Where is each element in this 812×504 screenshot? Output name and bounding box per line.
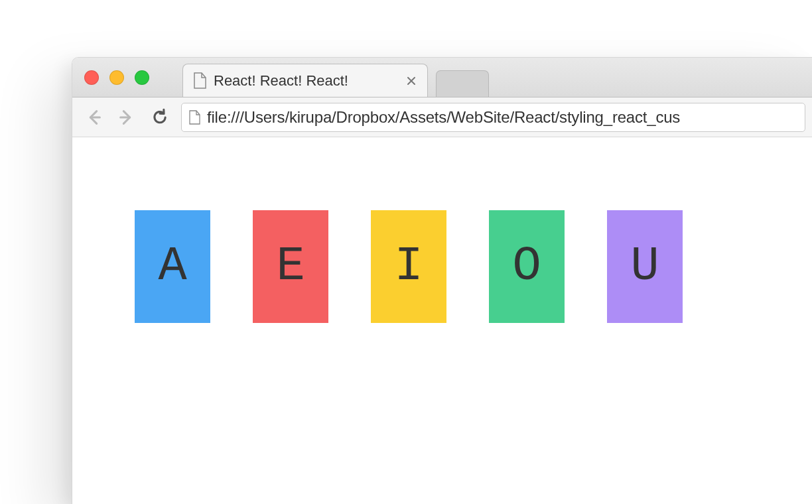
letter-card: A bbox=[135, 210, 210, 323]
tab-title: React! React! React! bbox=[214, 72, 398, 90]
reload-button[interactable] bbox=[145, 103, 174, 132]
window-close-button[interactable] bbox=[84, 70, 99, 85]
page-content: A E I O U bbox=[72, 137, 812, 323]
window-controls bbox=[84, 70, 149, 85]
address-bar[interactable]: file:///Users/kirupa/Dropbox/Assets/WebS… bbox=[181, 103, 805, 132]
letter-card: O bbox=[489, 210, 565, 323]
window-maximize-button[interactable] bbox=[135, 70, 149, 85]
file-icon bbox=[192, 72, 207, 90]
letter-card: I bbox=[371, 210, 446, 323]
browser-tab[interactable]: React! React! React! bbox=[182, 64, 428, 97]
forward-button[interactable] bbox=[112, 103, 141, 132]
back-button[interactable] bbox=[79, 103, 108, 132]
letter-card: E bbox=[253, 210, 328, 323]
url-text: file:///Users/kirupa/Dropbox/Assets/WebS… bbox=[207, 108, 680, 127]
file-icon bbox=[188, 110, 200, 125]
tab-bar: React! React! React! bbox=[72, 58, 812, 97]
tab-close-button[interactable] bbox=[405, 74, 418, 88]
new-tab-stub[interactable] bbox=[436, 70, 489, 97]
window-minimize-button[interactable] bbox=[109, 70, 124, 85]
browser-window: React! React! React! file:///Users/kirup… bbox=[72, 57, 812, 504]
toolbar: file:///Users/kirupa/Dropbox/Assets/WebS… bbox=[72, 97, 812, 137]
letter-card: U bbox=[607, 210, 683, 323]
